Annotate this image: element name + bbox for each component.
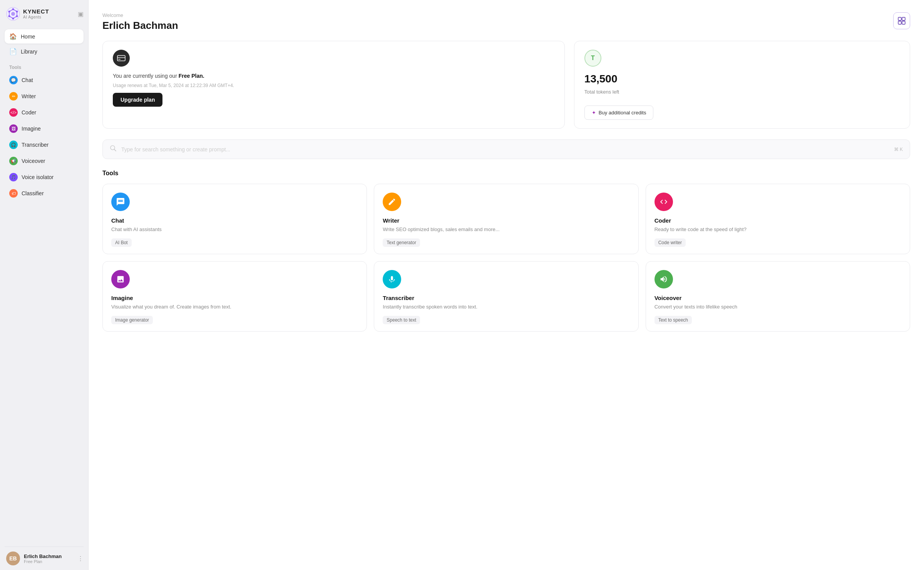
sidebar-item-writer[interactable]: ✏ Writer (5, 89, 84, 104)
sidebar-chat-label: Chat (22, 77, 33, 83)
user-profile[interactable]: EB Erlich Bachman Free Plan ⋮ (5, 547, 84, 565)
tool-card-transcriber[interactable]: Transcriber Instantly transcribe spoken … (374, 261, 638, 332)
tokens-amount: 13,500 (584, 73, 900, 85)
avatar: EB (6, 552, 20, 565)
sidebar-library-label: Library (21, 49, 37, 55)
audio-icon[interactable]: ▣ (78, 10, 84, 18)
transcriber-tool-desc: Instantly transcribe spoken words into t… (383, 303, 629, 310)
svg-rect-10 (902, 17, 905, 20)
imagine-tool-name: Imagine (111, 295, 358, 301)
search-icon (110, 145, 117, 154)
welcome-name: Erlich Bachman (102, 20, 910, 32)
tool-card-writer[interactable]: Writer Write SEO optimized blogs, sales … (374, 184, 638, 254)
home-icon: 🏠 (9, 33, 17, 40)
tool-card-voiceover[interactable]: Voiceover Convert your texts into lifeli… (646, 261, 910, 332)
coder-tool-name: Coder (654, 217, 901, 224)
imagine-tool-icon (111, 270, 130, 288)
voiceover-tool-name: Voiceover (654, 295, 901, 301)
plan-text: You are currently using our Free Plan. (113, 73, 554, 79)
svg-point-7 (8, 15, 10, 17)
voiceover-tool-tag: Text to speech (654, 316, 692, 324)
renew-text: Usage renews at Tue, Mar 5, 2024 at 12:2… (113, 83, 554, 88)
search-shortcut: ⌘ K (894, 147, 903, 152)
chat-tool-icon (111, 193, 130, 211)
plan-icon (113, 50, 130, 67)
writer-tool-tag: Text generator (383, 238, 420, 247)
writer-tool-desc: Write SEO optimized blogs, sales emails … (383, 226, 629, 233)
expand-button[interactable] (893, 12, 910, 29)
tokens-label: Total tokens left (584, 89, 900, 95)
sidebar-item-imagine[interactable]: 🖼 Imagine (5, 121, 84, 136)
info-row: You are currently using our Free Plan. U… (102, 41, 910, 129)
coder-tool-desc: Ready to write code at the speed of ligh… (654, 226, 901, 233)
sidebar-item-voice-isolator[interactable]: 🎵 Voice isolator (5, 169, 84, 185)
sidebar-item-classifier[interactable]: 🏷 Classifier (5, 186, 84, 201)
voiceover-tool-desc: Convert your texts into lifelike speech (654, 303, 901, 310)
user-name: Erlich Bachman (24, 553, 74, 559)
transcriber-tool-icon (383, 270, 401, 288)
voiceover-dot: 📢 (9, 157, 18, 165)
transcriber-tool-name: Transcriber (383, 295, 629, 301)
tokens-card: T 13,500 Total tokens left ✦ Buy additio… (574, 41, 910, 129)
sidebar-voiceover-label: Voiceover (22, 158, 45, 164)
search-placeholder: Type for search something or create prom… (121, 146, 889, 153)
sidebar-item-voiceover[interactable]: 📢 Voiceover (5, 153, 84, 169)
svg-rect-15 (118, 59, 121, 60)
voiceover-tool-icon (654, 270, 673, 288)
sparkle-icon: ✦ (592, 110, 596, 116)
coder-dot: </> (9, 108, 18, 117)
sidebar-item-home[interactable]: 🏠 Home (5, 29, 84, 44)
user-info: Erlich Bachman Free Plan (24, 553, 74, 564)
tool-card-imagine[interactable]: Imagine Visualize what you dream of. Cre… (102, 261, 367, 332)
svg-point-6 (12, 18, 14, 20)
svg-point-3 (12, 8, 14, 10)
classifier-dot: 🏷 (9, 189, 18, 198)
tools-grid: Chat Chat with AI assistants AI Bot Writ… (102, 184, 910, 332)
sidebar-transcriber-label: Transcriber (22, 142, 49, 148)
plan-card: You are currently using our Free Plan. U… (102, 41, 565, 129)
sidebar-item-chat[interactable]: 💬 Chat (5, 72, 84, 88)
brand-name: KYNECT (23, 8, 49, 15)
svg-rect-14 (117, 57, 125, 58)
svg-point-2 (11, 12, 15, 16)
sidebar-writer-label: Writer (22, 93, 36, 99)
writer-dot: ✏ (9, 92, 18, 101)
sidebar-item-coder[interactable]: </> Coder (5, 105, 84, 120)
imagine-dot: 🖼 (9, 124, 18, 133)
sidebar-home-label: Home (21, 34, 35, 40)
svg-rect-11 (898, 21, 901, 24)
search-bar[interactable]: Type for search something or create prom… (102, 139, 910, 159)
library-icon: 📄 (9, 48, 17, 55)
user-menu-icon[interactable]: ⋮ (77, 555, 84, 562)
sidebar-coder-label: Coder (22, 109, 36, 116)
chat-tool-tag: AI Bot (111, 238, 132, 247)
writer-tool-name: Writer (383, 217, 629, 224)
svg-rect-12 (902, 21, 905, 24)
chat-tool-name: Chat (111, 217, 358, 224)
imagine-tool-desc: Visualize what you dream of. Create imag… (111, 303, 358, 310)
logo: KYNECT AI Agents ▣ (5, 7, 84, 21)
writer-tool-icon (383, 193, 401, 211)
sidebar-item-transcriber[interactable]: 🎧 Transcriber (5, 137, 84, 153)
svg-point-5 (16, 15, 18, 17)
imagine-tool-tag: Image generator (111, 316, 153, 324)
user-plan: Free Plan (24, 559, 74, 564)
tool-card-coder[interactable]: Coder Ready to write code at the speed o… (646, 184, 910, 254)
svg-point-4 (16, 11, 18, 13)
sidebar-item-library[interactable]: 📄 Library (5, 44, 84, 59)
welcome-label: Welcome (102, 12, 910, 18)
tool-card-chat[interactable]: Chat Chat with AI assistants AI Bot (102, 184, 367, 254)
logo-icon (6, 7, 20, 21)
buy-credits-button[interactable]: ✦ Buy additional credits (584, 106, 654, 120)
logo-text: KYNECT AI Agents (23, 8, 49, 19)
tools-section-title: Tools (102, 170, 910, 177)
sidebar-voice-isolator-label: Voice isolator (22, 174, 54, 180)
sidebar-imagine-label: Imagine (22, 126, 41, 132)
coder-tool-tag: Code writer (654, 238, 686, 247)
coder-tool-icon (654, 193, 673, 211)
upgrade-plan-button[interactable]: Upgrade plan (113, 93, 162, 107)
tokens-icon: T (584, 50, 601, 67)
svg-rect-9 (898, 17, 901, 20)
tools-section-label: Tools (5, 59, 84, 72)
transcriber-dot: 🎧 (9, 141, 18, 149)
